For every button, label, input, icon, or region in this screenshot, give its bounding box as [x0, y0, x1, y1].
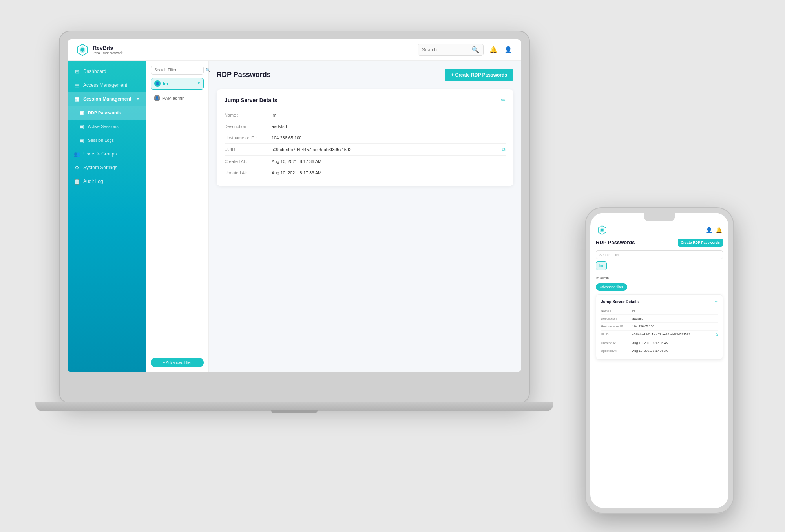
laptop-screen: RevBits Zero Trust Network 🔍 🔔 👤	[68, 39, 521, 372]
app-header: RevBits Zero Trust Network 🔍 🔔 👤	[68, 39, 521, 61]
filter-item-clear-icon[interactable]: ✕	[197, 82, 200, 85]
create-rdp-passwords-button[interactable]: + Create RDP Passwords	[445, 69, 513, 81]
detail-label-uuid: UUID :	[225, 147, 272, 152]
system-settings-icon: ⚙	[74, 165, 80, 171]
search-filter-box[interactable]: 🔍	[151, 66, 204, 75]
revbits-logo-icon	[75, 43, 89, 57]
phone-detail-row: Created At : Aug 10, 2021, 8:17:36 AM	[601, 339, 718, 347]
phone-detail-label: Description :	[601, 317, 632, 320]
filter-panel: 🔍 👤 lm ✕ 👤 PAM admin	[146, 61, 209, 372]
phone-adv-btn-label: Advanced filter	[600, 285, 623, 289]
detail-value: Aug 10, 2021, 8:17:36 AM	[272, 159, 506, 164]
copy-uuid-icon[interactable]: ⧉	[502, 147, 506, 152]
sidebar-item-rdp-passwords[interactable]: ▣ RDP Passwords	[68, 106, 146, 120]
sidebar-item-label: System Settings	[83, 165, 117, 170]
notification-icon[interactable]: 🔔	[488, 45, 498, 55]
sidebar-item-active-sessions[interactable]: ▣ Active Sessions	[68, 120, 146, 133]
filter-item-pam-icon: 👤	[154, 95, 160, 101]
phone-create-button[interactable]: Create RDP Passwords	[678, 239, 723, 247]
phone-edit-icon[interactable]: ✏	[715, 300, 718, 304]
advanced-filter-button[interactable]: + Advanced filter	[151, 358, 204, 367]
sidebar-item-system-settings[interactable]: ⚙ System Settings	[68, 161, 146, 175]
sidebar: ⊞ Dashboard ▤ Access Management ▦ Sessio…	[68, 61, 146, 372]
laptop-base	[35, 402, 553, 411]
detail-card: Jump Server Details ✏ Name : lm Descript…	[217, 89, 513, 186]
laptop-notch	[271, 410, 318, 413]
phone-page-header: RDP Passwords Create RDP Passwords	[596, 239, 723, 247]
chevron-down-icon: ▼	[136, 97, 140, 101]
phone-detail-card: Jump Server Details ✏ Name : lm Descript…	[596, 294, 723, 360]
user-avatar-icon[interactable]: 👤	[503, 45, 513, 55]
phone-copy-icon[interactable]: ⧉	[716, 333, 718, 337]
rdp-passwords-icon: ▣	[78, 110, 85, 116]
phone-detail-label-uuid: UUID :	[601, 333, 632, 337]
phone-detail-row: Updated At: Aug 10, 2021, 8:17:36 AM	[601, 347, 718, 355]
sidebar-item-dashboard[interactable]: ⊞ Dashboard	[68, 65, 146, 79]
phone-detail-value: aadsfsd	[632, 317, 718, 320]
phone-detail-label: Name :	[601, 309, 632, 313]
phone-advanced-filter-button[interactable]: Advanced filter	[596, 283, 627, 291]
main-content: 🔍 👤 lm ✕ 👤 PAM admin	[146, 61, 521, 372]
phone-detail-row-uuid: UUID : c09fcbed-b7d4-4457-ae95-ab3f3d571…	[601, 331, 718, 339]
phone-detail-label: Updated At:	[601, 349, 632, 353]
active-sessions-icon: ▣	[78, 124, 85, 130]
phone-search-filter[interactable]: Search Filter	[596, 250, 723, 259]
filter-item-lm[interactable]: 👤 lm ✕	[151, 78, 204, 90]
sidebar-item-access-management[interactable]: ▤ Access Management	[68, 79, 146, 92]
phone-user-icon[interactable]: 👤	[706, 227, 712, 233]
phone-detail-value: Aug 10, 2021, 8:17:36 AM	[632, 341, 718, 345]
search-input[interactable]	[422, 47, 469, 53]
detail-row: Name : lm	[225, 110, 506, 121]
detail-value-uuid: c09fcbed-b7d4-4457-ae95-ab3f3d571592	[272, 147, 499, 152]
sidebar-item-session-management[interactable]: ▦ Session Management ▼	[68, 92, 146, 106]
detail-row: Description : aadsfsd	[225, 121, 506, 132]
card-title: Jump Server Details	[225, 97, 277, 103]
sidebar-item-label: Audit Log	[83, 179, 103, 184]
page-title: RDP Passwords	[217, 71, 271, 79]
phone-card-header: Jump Server Details ✏	[601, 300, 718, 304]
detail-label: Hostname or IP :	[225, 135, 272, 140]
sidebar-item-users-groups[interactable]: 👥 Users & Groups	[68, 147, 146, 161]
phone-detail-value: 104.236.65.100	[632, 325, 718, 328]
phone-logo-icon	[597, 225, 608, 236]
phone-notification-icon[interactable]: 🔔	[716, 227, 722, 233]
app-body: ⊞ Dashboard ▤ Access Management ▦ Sessio…	[68, 61, 521, 372]
phone-screen: 👤 🔔 RDP Passwords Create RDP Passwords S…	[590, 213, 728, 508]
phone-detail-row: Hostname or IP : 104.236.65.100	[601, 323, 718, 331]
phone-notch	[644, 213, 675, 221]
access-management-icon: ▤	[74, 82, 80, 88]
brand-name: RevBits	[93, 45, 123, 51]
sidebar-item-label: Session Logs	[88, 138, 114, 143]
edit-icon[interactable]: ✏	[501, 97, 506, 103]
session-logs-icon: ▣	[78, 137, 85, 143]
detail-panel: RDP Passwords + Create RDP Passwords Jum…	[209, 61, 521, 372]
scene: RevBits Zero Trust Network 🔍 🔔 👤	[59, 31, 726, 502]
sidebar-item-label: RDP Passwords	[88, 110, 121, 115]
detail-label: Name :	[225, 113, 272, 117]
page-header: RDP Passwords + Create RDP Passwords	[217, 69, 513, 81]
search-box[interactable]: 🔍	[418, 44, 484, 56]
sidebar-item-label: Dashboard	[83, 69, 106, 74]
card-header: Jump Server Details ✏	[225, 97, 506, 103]
session-management-icon: ▦	[74, 96, 80, 102]
filter-search-input[interactable]	[154, 68, 204, 72]
phone-content: RDP Passwords Create RDP Passwords Searc…	[590, 239, 728, 508]
sidebar-item-audit-log[interactable]: 📋 Audit Log	[68, 175, 146, 188]
sidebar-item-session-logs[interactable]: ▣ Session Logs	[68, 133, 146, 147]
detail-value: lm	[272, 113, 506, 117]
detail-value: aadsfsd	[272, 124, 506, 129]
sidebar-item-label: Users & Groups	[83, 151, 117, 157]
phone-filter-item-lm[interactable]: lm	[596, 261, 607, 270]
brand-subtitle: Zero Trust Network	[93, 51, 123, 55]
detail-label: Description :	[225, 124, 272, 129]
phone-detail-row: Description : aadsfsd	[601, 315, 718, 323]
phone-search-placeholder: Search Filter	[599, 253, 619, 257]
search-icon: 🔍	[471, 46, 479, 53]
create-btn-label: + Create RDP Passwords	[451, 72, 507, 78]
detail-row-uuid: UUID : c09fcbed-b7d4-4457-ae95-ab3f3d571…	[225, 144, 506, 156]
filter-item-pam-admin[interactable]: 👤 PAM admin	[151, 93, 204, 104]
filter-item-label: PAM admin	[162, 96, 184, 101]
phone-detail-label: Hostname or IP :	[601, 325, 632, 328]
advanced-filter-label: + Advanced filter	[162, 360, 192, 365]
phone-detail-row: Name : lm	[601, 307, 718, 315]
